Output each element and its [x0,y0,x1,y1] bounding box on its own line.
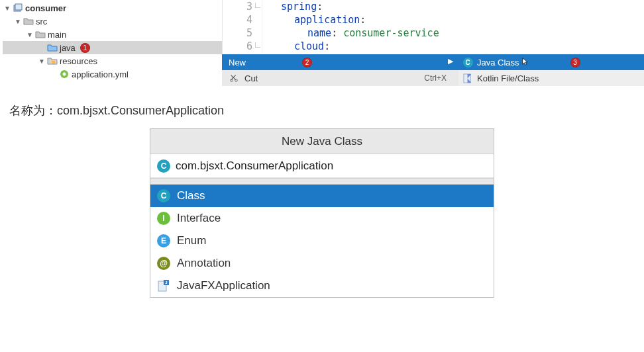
tree-label: java [60,42,76,53]
class-icon: C [157,189,170,202]
svg-rect-1 [15,4,22,10]
tree-item-consumer[interactable]: ▼ consumer [3,1,222,15]
class-name-input[interactable] [176,159,487,173]
code-text: name: consumer-service [262,26,439,40]
tree-item-main[interactable]: ▼ main [3,28,222,41]
menu-item-cut[interactable]: Cut Ctrl+X [222,70,458,86]
interface-icon: I [157,212,170,225]
menu-item-new[interactable]: New 2 ▶ [222,54,458,70]
kind-option-label: Interface [177,212,221,225]
dialog-title: New Java Class [150,129,494,154]
svg-text:J: J [165,281,167,285]
new-java-class-dialog: New Java Class C CClassIInterfaceEEnum@A… [150,128,494,298]
expand-icon[interactable]: ▼ [38,58,45,65]
kind-option-interface[interactable]: IInterface [150,207,494,230]
expand-icon[interactable]: ▼ [4,5,11,12]
tree-item-src[interactable]: ▼ src [3,15,222,28]
callout-badge-1: 1 [80,43,90,53]
editor-line[interactable]: 4application: [223,13,644,26]
kind-option-label: Class [177,189,205,202]
scissors-icon [229,73,239,83]
kind-option-enum[interactable]: EEnum [150,230,494,252]
source-folder-icon [47,42,58,53]
kotlin-file-icon [462,73,473,83]
tree-item-application-yml[interactable]: ▼ application.yml [3,67,222,81]
yaml-file-icon [59,69,70,79]
svg-point-4 [63,73,66,76]
kind-option-annotation[interactable]: @Annotation [150,252,494,275]
kind-option-class[interactable]: CClass [150,185,494,207]
class-icon: C [157,159,170,173]
kind-option-label: Annotation [177,257,231,270]
kind-option-label: Enum [177,234,206,247]
tree-label: src [36,16,47,26]
menu-shortcut: Ctrl+X [424,73,447,83]
module-icon [13,3,23,13]
menu-label: New [229,58,246,67]
submenu-item-kotlin[interactable]: Kotlin File/Class [458,70,644,86]
callout-badge-2: 2 [302,58,312,67]
submenu-label: Java Class [477,58,519,67]
cursor-icon [521,57,530,68]
submenu-arrow-icon: ▶ [448,57,453,66]
callout-badge-3: 3 [570,58,580,67]
kind-option-javafxapplication[interactable]: JJavaFXApplication [150,275,494,297]
code-text: cloud: [262,40,330,53]
line-number: 5 [223,26,262,40]
submenu-item-java-class[interactable]: C Java Class 3 [458,54,644,70]
line-number: 3 [223,0,262,13]
submenu-label: Kotlin File/Class [477,73,539,83]
menu-label: Cut [244,73,258,83]
class-name-row[interactable]: C [150,154,494,178]
annotation-icon: @ [157,257,170,270]
kind-option-label: JavaFXApplication [177,279,270,292]
line-number: 4 [223,13,262,26]
project-tree[interactable]: ▼ consumer ▼ src ▼ main ▼ java [0,0,222,86]
enum-icon: E [157,234,170,247]
code-text: spring: [262,0,323,13]
code-editor[interactable]: 3spring:4application:5name: consumer-ser… [222,0,644,54]
tree-item-resources[interactable]: ▼ resources [3,54,222,67]
expand-icon[interactable]: ▼ [15,18,21,25]
tree-label: resources [60,56,97,66]
dialog-separator [150,178,494,185]
class-icon: C [462,58,473,67]
svg-rect-2 [52,61,55,64]
folder-icon [35,29,46,40]
folder-icon [23,16,34,26]
line-number: 6 [223,40,262,53]
tree-label: application.yml [72,69,129,79]
code-text: application: [262,13,366,26]
resources-folder-icon [47,56,58,66]
tree-label: consumer [25,3,66,13]
expand-icon[interactable]: ▼ [27,31,33,38]
svg-point-6 [235,79,238,82]
editor-line[interactable]: 6cloud: [223,40,644,53]
javafx-icon: J [157,279,170,292]
tree-item-java[interactable]: ▼ java 1 [3,41,222,54]
instruction-text: 名称为：com.bjsxt.ConsumerApplication [0,86,644,118]
editor-line[interactable]: 3spring: [223,0,644,13]
editor-line[interactable]: 5name: consumer-service [223,26,644,40]
context-menu[interactable]: New 2 ▶ C Java Class 3 [222,54,644,86]
tree-label: main [48,29,66,40]
